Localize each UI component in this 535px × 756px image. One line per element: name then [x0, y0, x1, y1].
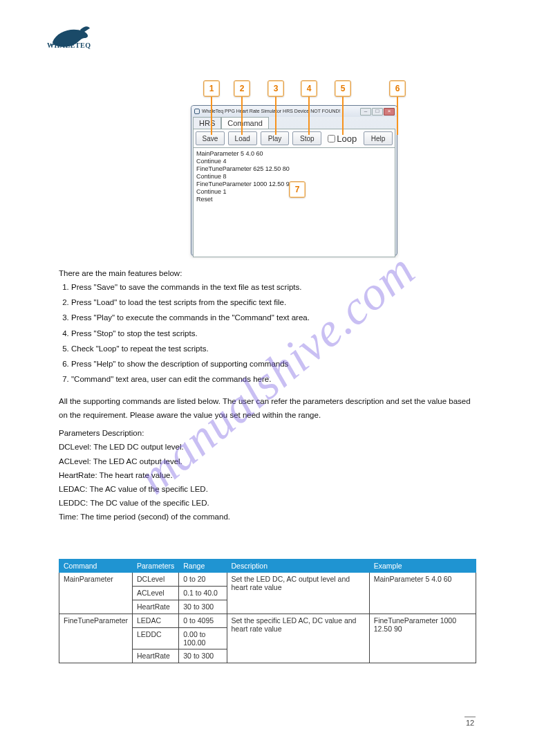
param-line: Time: The time period (second) of the co…: [59, 510, 476, 524]
save-button[interactable]: Save: [196, 131, 225, 145]
param-line: ACLevel: The LED AC output level.: [59, 454, 476, 468]
maximize-button[interactable]: □: [372, 108, 383, 116]
cell-range: 0 to 4095: [179, 614, 227, 628]
feature-item: Press "Stop" to stop the test scripts.: [71, 326, 476, 340]
cell-param: ACLevel: [133, 587, 179, 600]
param-line: HeartRate: The heart rate value.: [59, 468, 476, 482]
help-button[interactable]: Help: [364, 131, 393, 145]
cell-range: 30 to 300: [179, 600, 227, 614]
body-text: There are the main features below: Press…: [59, 266, 476, 524]
callout-2: 2: [234, 80, 250, 97]
titlebar: WhaleTeq PPG Heart Rate Simulator HRS De…: [191, 106, 397, 117]
params-block: Parameters Description: DCLevel: The LED…: [59, 426, 476, 524]
feature-item: Press "Save" to save the commands in the…: [71, 280, 476, 294]
th-description: Description: [227, 560, 369, 573]
callout-7: 7: [289, 181, 306, 198]
callout-line: [275, 97, 276, 135]
window-buttons: – □ ×: [360, 108, 395, 116]
cell-command: MainParameter: [59, 573, 133, 614]
table-row: MainParameter DCLevel 0 to 20 Set the LE…: [59, 573, 476, 587]
callout-line: [308, 97, 310, 135]
command-textarea[interactable]: [194, 148, 395, 257]
cell-param: LEDAC: [133, 614, 179, 628]
cell-example: FineTuneParameter 1000 12.50 90: [369, 614, 476, 663]
feature-item: Press "Play" to execute the commands in …: [71, 311, 476, 324]
cell-range: 0 to 20: [179, 573, 227, 587]
table-row: FineTuneParameter LEDAC 0 to 4095 Set th…: [59, 614, 476, 628]
cell-range: 0.1 to 40.0: [179, 587, 227, 600]
app-window: WhaleTeq PPG Heart Rate Simulator HRS De…: [191, 105, 397, 256]
command-text-wrap: [193, 148, 395, 257]
th-example: Example: [369, 560, 476, 573]
close-button[interactable]: ×: [384, 108, 395, 116]
tab-command[interactable]: Command: [221, 117, 269, 129]
cell-param: HeartRate: [133, 600, 179, 614]
cell-desc: Set the LED DC, AC output level and hear…: [227, 573, 369, 614]
th-parameters: Parameters: [133, 560, 179, 573]
command-table: Command Parameters Range Description Exa…: [59, 559, 476, 663]
feature-item: "Command" text area, user can edit the c…: [71, 372, 476, 386]
feature-item: Press "Help" to show the description of …: [71, 357, 476, 371]
table-header-row: Command Parameters Range Description Exa…: [59, 560, 476, 573]
param-line: LEDDC: The DC value of the specific LED.: [59, 496, 476, 510]
features-list: Press "Save" to save the commands in the…: [71, 280, 476, 386]
toolbar: Save Load Play Stop Loop Help: [193, 129, 395, 148]
feature-item: Press "Load" to load the test scripts fr…: [71, 295, 476, 309]
th-command: Command: [59, 560, 133, 573]
cell-param: LEDDC: [133, 628, 179, 649]
th-range: Range: [179, 560, 227, 573]
feature-item: Check "Loop" to repeat the test scripts.: [71, 342, 476, 356]
brand-name: WHALETEQ: [47, 42, 91, 49]
intro-paragraph: All the supporting commands are listed b…: [59, 394, 476, 422]
cell-command: FineTuneParameter: [59, 614, 133, 663]
callout-1: 1: [203, 80, 220, 97]
param-line: DCLevel: The LED DC output level.: [59, 440, 476, 454]
cell-desc: Set the specific LED AC, DC value and he…: [227, 614, 369, 663]
callout-row: 1 2 3 4 5 6: [199, 80, 406, 101]
command-table-wrap: Command Parameters Range Description Exa…: [59, 559, 476, 663]
loop-checkbox[interactable]: [328, 135, 335, 142]
tab-hrs[interactable]: HRS: [193, 117, 221, 129]
callout-6: 6: [389, 80, 406, 97]
callout-4: 4: [301, 80, 317, 97]
loop-label: Loop: [337, 133, 357, 144]
minimize-button[interactable]: –: [360, 108, 371, 116]
callout-3: 3: [268, 80, 284, 97]
features-heading: There are the main features below:: [59, 266, 476, 280]
callout-line: [241, 97, 243, 135]
param-line: LEDAC: The AC value of the specific LED.: [59, 482, 476, 496]
callout-5: 5: [335, 80, 351, 97]
cell-example: MainParameter 5 4.0 60: [369, 573, 476, 614]
tab-row: HRS Command: [193, 117, 395, 129]
cell-range: 30 to 300: [179, 649, 227, 663]
callout-line: [211, 97, 212, 135]
stop-button[interactable]: Stop: [292, 131, 321, 145]
callout-line: [342, 97, 344, 135]
cell-param: HeartRate: [133, 649, 179, 663]
callout-line: [397, 97, 398, 135]
cell-range: 0.00 to 100.00: [179, 628, 227, 649]
window-title: WhaleTeq PPG Heart Rate Simulator HRS De…: [202, 106, 341, 117]
page-number: 12: [464, 717, 476, 727]
cell-param: DCLevel: [133, 573, 179, 587]
app-icon: [194, 109, 200, 114]
params-heading: Parameters Description:: [59, 426, 476, 440]
